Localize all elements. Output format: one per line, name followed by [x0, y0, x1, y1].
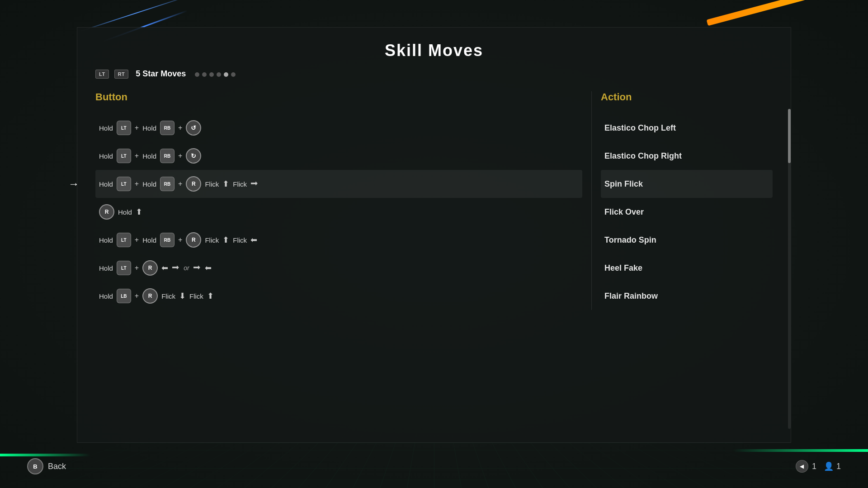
btn-combo-1: Hold LT + Hold RB + ↻	[99, 148, 201, 164]
action-label-4: Tornado Spin	[604, 235, 656, 245]
move-row-3[interactable]: R Hold ⬆	[95, 198, 582, 226]
r-btn-2: R	[186, 176, 201, 192]
scrollbar[interactable]	[788, 109, 791, 429]
lt-btn-5: LT	[117, 261, 131, 275]
move-list: Hold LT + Hold RB + ↺ Hold	[95, 114, 582, 310]
btn-combo-5: Hold LT + R ⬅ ⮕ or ⮕ ⬅	[99, 260, 212, 276]
rb-btn-2: RB	[160, 177, 175, 191]
page-number: 1	[812, 462, 816, 471]
action-label-0: Elastico Chop Left	[604, 123, 676, 133]
page-prev-btn[interactable]: ◀	[796, 460, 808, 473]
deco-bl	[0, 454, 90, 456]
move-row-6[interactable]: Hold LB + R Flick ⬇ Flick ⬆	[95, 282, 582, 310]
rt-button[interactable]: RT	[114, 70, 129, 79]
action-row-3: Flick Over	[601, 198, 773, 226]
dot-5	[224, 72, 228, 77]
category-label: 5 Star Moves	[136, 69, 186, 79]
player-number: 1	[836, 462, 841, 471]
action-row-4: Tornado Spin	[601, 226, 773, 254]
r-btn-3: R	[99, 204, 114, 220]
button-column: Button Hold LT + Hold RB + ↺	[95, 91, 582, 310]
deco-br	[732, 449, 868, 452]
move-row-2[interactable]: → Hold LT + Hold RB + R Flick ⬆ Flick ⮕	[95, 170, 582, 198]
button-column-header: Button	[95, 91, 582, 105]
back-label: Back	[48, 462, 66, 471]
rb-btn-0: RB	[160, 121, 175, 135]
main-panel: Skill Moves LT RT 5 Star Moves Button Ho…	[77, 27, 791, 443]
btn-combo-2: Hold LT + Hold RB + R Flick ⬆ Flick ⮕	[99, 176, 259, 192]
rb-btn-1: RB	[160, 149, 175, 163]
btn-combo-0: Hold LT + Hold RB + ↺	[99, 120, 201, 136]
move-row-0[interactable]: Hold LT + Hold RB + ↺	[95, 114, 582, 142]
move-row-4[interactable]: Hold LT + Hold RB + R Flick ⬆ Flick ⬅	[95, 226, 582, 254]
bottom-nav: B Back ◀ 1 👤 1	[27, 458, 841, 474]
category-nav: LT RT 5 Star Moves	[95, 69, 773, 79]
action-column: Action Elastico Chop Left Elastico Chop …	[601, 91, 773, 310]
action-row-1: Elastico Chop Right	[601, 142, 773, 170]
r-btn-6: R	[142, 288, 158, 304]
lt-btn-0: LT	[117, 121, 131, 135]
btn-combo-4: Hold LT + Hold RB + R Flick ⬆ Flick ⬅	[99, 232, 257, 248]
action-row-5: Heel Fake	[601, 254, 773, 282]
action-row-2: Spin Flick	[601, 170, 773, 198]
r-btn-5: R	[142, 260, 158, 276]
content-area: Button Hold LT + Hold RB + ↺	[95, 91, 773, 310]
page-indicator: ◀ 1	[796, 460, 816, 473]
r-btn-0: ↺	[186, 120, 201, 136]
action-column-header: Action	[601, 91, 773, 105]
move-row-1[interactable]: Hold LT + Hold RB + ↻	[95, 142, 582, 170]
hold-label-0: Hold	[99, 124, 113, 132]
selection-arrow: →	[68, 178, 79, 190]
bottom-right: ◀ 1 👤 1	[796, 460, 841, 473]
action-label-2: Spin Flick	[604, 179, 643, 189]
action-row-6: Flair Rainbow	[601, 282, 773, 310]
dot-4	[217, 72, 221, 77]
action-label-3: Flick Over	[604, 207, 644, 217]
dot-3	[209, 72, 214, 77]
lt-btn-1: LT	[117, 149, 131, 163]
player-indicator: 👤 1	[824, 461, 841, 471]
action-list: Elastico Chop Left Elastico Chop Right S…	[601, 114, 773, 310]
page-title: Skill Moves	[95, 41, 773, 60]
category-dots	[195, 72, 236, 77]
back-button[interactable]: B Back	[27, 458, 66, 474]
dot-2	[202, 72, 207, 77]
lt-btn-2: LT	[117, 177, 131, 191]
btn-combo-3: R Hold ⬆	[99, 204, 142, 220]
column-divider	[591, 91, 592, 310]
lt-button[interactable]: LT	[95, 70, 109, 79]
action-row-0: Elastico Chop Left	[601, 114, 773, 142]
b-button-icon: B	[27, 458, 43, 474]
action-label-1: Elastico Chop Right	[604, 151, 682, 161]
action-label-6: Flair Rainbow	[604, 291, 658, 301]
dot-1	[195, 72, 199, 77]
lt-btn-4: LT	[117, 233, 131, 247]
lb-btn-6: LB	[117, 289, 131, 303]
r-btn-4: R	[186, 232, 201, 248]
move-row-5[interactable]: Hold LT + R ⬅ ⮕ or ⮕ ⬅	[95, 254, 582, 282]
dot-6	[231, 72, 236, 77]
rb-btn-4: RB	[160, 233, 175, 247]
r-btn-1: ↻	[186, 148, 201, 164]
scrollbar-thumb	[788, 109, 791, 163]
action-label-5: Heel Fake	[604, 263, 642, 273]
btn-combo-6: Hold LB + R Flick ⬇ Flick ⬆	[99, 288, 214, 304]
player-icon: 👤	[824, 461, 834, 471]
